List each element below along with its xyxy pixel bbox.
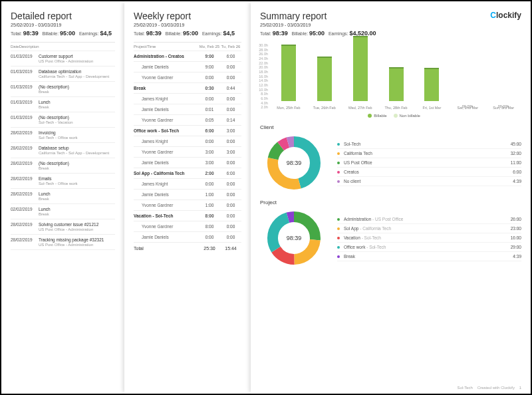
table-row: 28/02/2019Solving customer issue #21212U… <box>11 219 115 235</box>
weekly-sub-row: Jamie Daniels0:000:00 <box>134 232 241 243</box>
summary-title: Summary report <box>260 11 521 21</box>
legend-row: Sol App - California Tech23:00 <box>337 224 521 233</box>
legend-row: Break4:39 <box>337 252 521 261</box>
clockify-logo: Clockify <box>490 11 521 20</box>
legend-row: Sol-Tech45:00 <box>337 140 521 149</box>
legend-row: Administration - US Post Office26:00 <box>337 215 521 224</box>
weekly-sub-row: Jamie Daniels9:000:00 <box>134 62 241 72</box>
table-row: 01/03/2019(No description)Break <box>11 82 115 97</box>
table-row: 28/02/2019EmailsSol-Tech - Office work <box>11 174 115 189</box>
table-row: 28/02/2019Database setupCalifornia Tech … <box>11 143 115 158</box>
table-row: 28/02/2019LunchBreak <box>11 189 115 204</box>
bar-chart-legend: BillableNon billable <box>251 114 531 118</box>
weekly-totals: Total: 98:39 Billable: 95:00 Earnings: $… <box>134 30 241 37</box>
report-container: Detailed report 25/02/2019 - 03/03/2019 … <box>0 0 532 395</box>
legend-row: Office work - Sol-Tech29:00 <box>337 243 521 252</box>
detailed-table-body: 01/03/2019Customer supportUS Post Office… <box>11 51 115 250</box>
weekly-group-row: Office work - Sol-Tech6:003:00 <box>134 126 241 136</box>
summary-report-panel: Clockify Summary report 25/02/2019 - 03/… <box>251 1 531 394</box>
table-row: 02/02/2019LunchBreak <box>11 204 115 219</box>
weekly-sub-row: James Knight0:000:00 <box>134 136 241 147</box>
legend-row: California Tech32:00 <box>337 149 521 158</box>
weekly-group-row: Break0:300:44 <box>134 83 241 94</box>
bar: 25.30hMon, 25th Feb <box>271 45 307 110</box>
summary-range: 25/02/2019 - 03/03/2019 <box>260 23 521 27</box>
weekly-sub-row: Jamie Daniels1:000:00 <box>134 190 241 200</box>
detailed-range: 25/02/2019 - 03/03/2019 <box>11 23 115 27</box>
bar: 14.91hFri, 1st Mar <box>414 68 450 110</box>
weekly-sub-row: Yvonne Gardner8:000:00 <box>134 221 241 232</box>
weekly-sub-row: Yvonne Gardner0:050:14 <box>134 115 241 126</box>
client-donut-section: 98:39 Sol-Tech45:00California Tech32:00U… <box>251 133 531 193</box>
legend-row: Creatos6:00 <box>337 168 521 177</box>
weekly-sub-row: Jamie Daniels3:000:00 <box>134 158 241 168</box>
bar: 00.00hSun, 3rd Mar <box>485 104 521 110</box>
weekly-range: 25/02/2019 - 03/03/2019 <box>134 23 241 27</box>
detailed-title: Detailed report <box>11 11 115 21</box>
weekly-group-row: Vacation - Sol-Tech8:000:00 <box>134 211 241 221</box>
weekly-sub-row: James Knight0:000:00 <box>134 179 241 190</box>
project-donut-section: 98:39 Administration - US Post Office26:… <box>251 208 531 268</box>
client-donut-chart: 98:39 <box>264 133 324 193</box>
table-row: 01/03/2019LunchBreak <box>11 97 115 112</box>
weekly-report-panel: Weekly report 25/02/2019 - 03/03/2019 To… <box>124 1 251 394</box>
detailed-report-panel: Detailed report 25/02/2019 - 03/03/2019 … <box>1 1 124 394</box>
table-row: 01/03/2019(No description)Sol-Tech - Vac… <box>11 112 115 128</box>
table-row: 01/03/2019Customer supportUS Post Office… <box>11 51 115 66</box>
weekly-sub-row: James Knight0:000:00 <box>134 94 241 104</box>
weekly-sub-row: Jamie Daniels0:010:00 <box>134 104 241 115</box>
detailed-table-head: Date Description <box>11 43 115 51</box>
weekly-group-row: Sol App - California Tech2:006:00 <box>134 168 241 179</box>
weekly-sub-row: Yvonne Gardner3:003:00 <box>134 147 241 158</box>
weekly-table-body: Administration - Creatos9:006:00Jamie Da… <box>134 51 241 243</box>
weekly-total-row: Total 25:30 15:44 <box>134 243 241 254</box>
table-row: 28/02/2019(No description)Break <box>11 158 115 174</box>
weekly-sub-row: Yvonne Gardner0:000:00 <box>134 72 241 83</box>
weekly-title: Weekly report <box>134 11 241 21</box>
table-row: 28/02/2019Tracking missing package #3232… <box>11 235 115 250</box>
project-donut-chart: 98:39 <box>264 208 324 268</box>
table-row: 28/02/2019InvoicingSol-Tech - Office wor… <box>11 128 115 143</box>
weekly-table-head: Project/Time Mo, Feb 25 Tu, Feb 26 <box>134 43 241 51</box>
detailed-totals: Total: 98:39 Billable: 95:00 Earnings: $… <box>11 30 115 37</box>
bar: 19.98hTue, 26th Feb <box>307 57 342 110</box>
table-row: 01/03/2019Database optimizationCaliforni… <box>11 66 115 82</box>
weekly-group-row: Administration - Creatos9:006:00 <box>134 51 241 62</box>
bar: 15.18hThu, 28th Feb <box>378 67 414 110</box>
hours-bar-chart: 30.0h28.0h26.0h24.0h22.0h20.0h18.0h16.0h… <box>271 43 521 110</box>
legend-row: US Post Office11:00 <box>337 158 521 168</box>
summary-totals: Total: 98:39 Billable: 95:00 Earnings: $… <box>260 30 521 37</box>
bar: 29.35hWed, 27th Feb <box>342 36 378 110</box>
client-section-title: Client <box>260 124 521 130</box>
weekly-sub-row: Yvonne Gardner1:000:00 <box>134 200 241 211</box>
client-legend: Sol-Tech45:00California Tech32:00US Post… <box>337 140 521 186</box>
bar: 00.00hSat, 2nd Mar <box>450 104 485 110</box>
project-section-title: Project <box>260 199 521 205</box>
page-footer: Sol-Tech Created with Clockify 1 <box>458 386 521 390</box>
legend-row: No client4:39 <box>337 177 521 186</box>
project-legend: Administration - US Post Office26:00Sol … <box>337 215 521 261</box>
legend-row: Vacation - Sol-Tech16:00 <box>337 233 521 243</box>
